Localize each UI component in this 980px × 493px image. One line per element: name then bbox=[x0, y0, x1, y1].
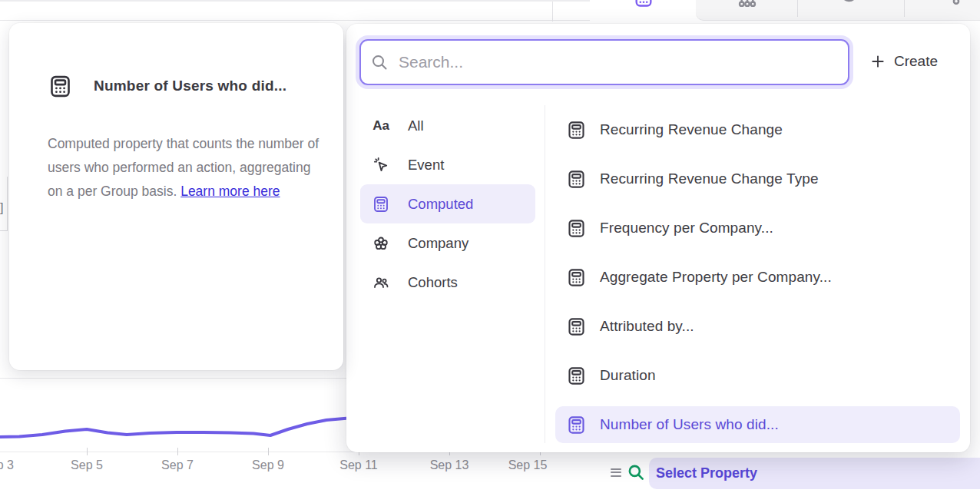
calculator-icon bbox=[565, 316, 587, 337]
search-icon bbox=[626, 462, 646, 482]
property-list: Recurring Revenue Change Recurring Reven… bbox=[555, 105, 960, 449]
drag-handle-icon[interactable] bbox=[611, 466, 621, 477]
property-item[interactable]: Aggregate Property per Company... bbox=[555, 253, 960, 302]
select-property-label: Select Property bbox=[649, 465, 757, 481]
category-all[interactable]: Aa All bbox=[360, 106, 535, 145]
axis-tick bbox=[177, 448, 178, 455]
top-header-strip bbox=[0, 0, 590, 21]
category-event[interactable]: Event bbox=[360, 145, 535, 184]
category-list: Aa All Event bbox=[360, 106, 535, 302]
company-cluster-icon bbox=[371, 234, 391, 253]
funnel-icon bbox=[736, 0, 759, 8]
property-item-selected[interactable]: Number of Users who did... bbox=[555, 406, 960, 443]
x-axis-label: Sep 7 bbox=[151, 458, 204, 472]
property-item[interactable]: Frequency per Company... bbox=[555, 203, 960, 253]
tab-divider bbox=[904, 0, 905, 17]
x-axis-label: Sep 3 bbox=[0, 458, 25, 472]
property-item[interactable]: Recurring Revenue Change Type bbox=[555, 154, 960, 203]
retention-icon bbox=[836, 0, 860, 8]
calculator-icon bbox=[565, 169, 587, 190]
panel-divider bbox=[545, 105, 545, 443]
insights-calculator-icon bbox=[633, 0, 654, 8]
select-property-button[interactable]: Select Property bbox=[649, 458, 980, 489]
x-axis-label: Sep 13 bbox=[422, 458, 476, 472]
tooltip-description: Computed property that counts the number… bbox=[48, 132, 328, 203]
underlying-clipped-text: ] bbox=[0, 201, 3, 215]
calculator-icon bbox=[565, 415, 587, 435]
category-computed[interactable]: Computed bbox=[360, 184, 535, 223]
create-button[interactable]: Create bbox=[870, 53, 938, 70]
chart-top-divider bbox=[0, 378, 347, 379]
calculator-icon bbox=[565, 218, 587, 239]
underlying-panel-edge bbox=[0, 230, 8, 231]
property-item[interactable]: Duration bbox=[555, 351, 960, 400]
tab-flows[interactable] bbox=[926, 0, 980, 22]
line-chart bbox=[0, 407, 353, 461]
tab-funnels[interactable] bbox=[719, 0, 796, 22]
category-cohorts[interactable]: Cohorts bbox=[360, 263, 535, 302]
calculator-icon bbox=[565, 120, 587, 141]
flows-icon bbox=[946, 0, 966, 6]
tab-retention[interactable] bbox=[819, 0, 896, 22]
learn-more-link[interactable]: Learn more here bbox=[180, 184, 280, 199]
axis-tick bbox=[87, 448, 88, 455]
tab-divider bbox=[797, 0, 798, 17]
x-axis-label: Sep 9 bbox=[241, 458, 295, 472]
x-axis-label: Sep 11 bbox=[332, 458, 386, 472]
tab-insights[interactable] bbox=[590, 0, 696, 22]
calculator-icon bbox=[565, 267, 587, 288]
event-cursor-icon bbox=[371, 156, 391, 174]
plus-icon bbox=[870, 54, 886, 69]
calculator-icon bbox=[371, 195, 391, 213]
category-company[interactable]: Company bbox=[360, 223, 535, 263]
aa-text-icon: Aa bbox=[371, 118, 391, 134]
search-input[interactable] bbox=[359, 39, 849, 85]
property-tooltip-card: Number of Users who did... Computed prop… bbox=[9, 23, 343, 370]
cohorts-people-icon bbox=[371, 273, 391, 292]
calculator-icon bbox=[565, 366, 587, 386]
header-divider bbox=[552, 2, 553, 22]
axis-tick bbox=[268, 448, 269, 455]
inactive-tabs-group bbox=[696, 0, 980, 21]
property-item[interactable]: Attributed by... bbox=[555, 302, 960, 351]
x-axis-label: Sep 15 bbox=[501, 458, 555, 472]
property-picker-popover: Create Aa All Event bbox=[346, 24, 970, 452]
app-screen: ] Sep 3 Sep 5 Sep 7 Sep 9 Sep 11 Sep 13 … bbox=[0, 0, 980, 493]
create-button-label: Create bbox=[894, 53, 938, 70]
property-item[interactable]: Recurring Revenue Change bbox=[555, 105, 960, 154]
calculator-icon bbox=[48, 74, 73, 102]
select-property-row: Select Property bbox=[600, 453, 980, 493]
x-axis-label: Sep 5 bbox=[60, 458, 114, 472]
underlying-panel-edge bbox=[7, 177, 8, 230]
tooltip-title: Number of Users who did... bbox=[94, 78, 286, 94]
